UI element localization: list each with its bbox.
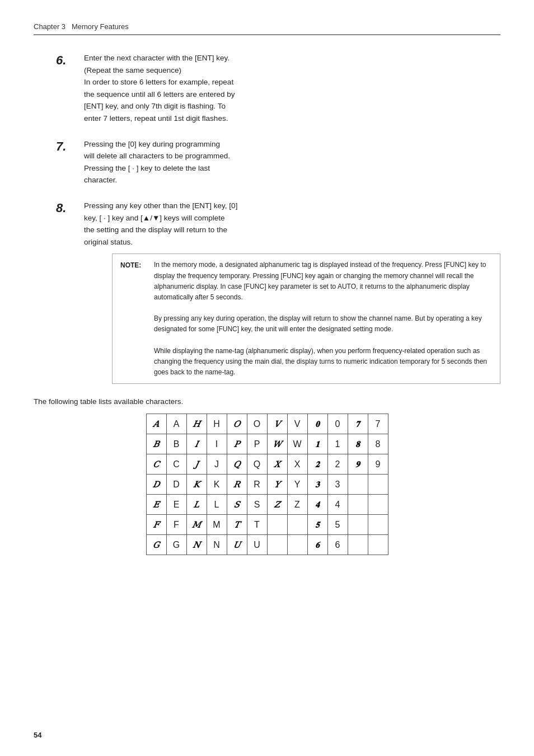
step-7: 7. Pressing the [0] key during programmi… bbox=[56, 138, 500, 186]
step-8-text: Pressing any key other than the [ENT] ke… bbox=[84, 200, 500, 384]
char-cell: Z bbox=[287, 495, 307, 515]
char-cell: 𝑆 bbox=[227, 495, 247, 515]
char-cell bbox=[348, 535, 368, 555]
char-cell: I bbox=[207, 434, 227, 454]
table-row: 𝐹 F 𝑀 M 𝑇 T 𝟓 5 bbox=[146, 515, 388, 535]
char-cell: 𝐾 bbox=[186, 475, 207, 495]
header-bar: Chapter 3 Memory Features bbox=[34, 22, 500, 35]
char-cell: V bbox=[287, 414, 307, 434]
char-cell bbox=[267, 535, 287, 555]
char-cell bbox=[287, 515, 307, 535]
char-cell: S bbox=[247, 495, 267, 515]
char-cell: 𝟖 bbox=[348, 434, 368, 454]
char-cell: N bbox=[207, 535, 227, 555]
char-cell bbox=[348, 495, 368, 515]
char-cell: R bbox=[247, 475, 267, 495]
char-cell: U bbox=[247, 535, 267, 555]
char-cell: 𝟗 bbox=[348, 454, 368, 475]
char-cell: 3 bbox=[327, 475, 348, 495]
table-row: 𝐺 G 𝑁 N 𝑈 U 𝟔 6 bbox=[146, 535, 388, 555]
table-row: 𝐷 D 𝐾 K 𝑅 R 𝑌 Y 𝟑 3 bbox=[146, 475, 388, 495]
char-cell: 𝟔 bbox=[307, 535, 327, 555]
char-cell: 𝐻 bbox=[186, 414, 207, 434]
char-cell: H bbox=[207, 414, 227, 434]
char-cell: B bbox=[166, 434, 186, 454]
char-cell: X bbox=[287, 454, 307, 475]
char-cell: P bbox=[247, 434, 267, 454]
char-cell: 0 bbox=[327, 414, 348, 434]
char-cell: 𝑄 bbox=[227, 454, 247, 475]
note-content: In the memory mode, a designated alphanu… bbox=[154, 260, 492, 378]
char-cell: A bbox=[166, 414, 186, 434]
char-cell: C bbox=[166, 454, 186, 475]
char-cell: 2 bbox=[327, 454, 348, 475]
char-cell: 𝑍 bbox=[267, 495, 287, 515]
char-cell: 𝟓 bbox=[307, 515, 327, 535]
step-8-number: 8. bbox=[56, 200, 84, 215]
note-label: NOTE: bbox=[120, 260, 154, 271]
char-cell: 𝑅 bbox=[227, 475, 247, 495]
note-box: NOTE: In the memory mode, a designated a… bbox=[112, 253, 500, 384]
char-cell: K bbox=[207, 475, 227, 495]
char-cell: 𝐼 bbox=[186, 434, 207, 454]
char-cell: W bbox=[287, 434, 307, 454]
table-row: 𝐵 B 𝐼 I 𝑃 P 𝑊 W 𝟏 1 𝟖 8 bbox=[146, 434, 388, 454]
char-cell: Y bbox=[287, 475, 307, 495]
char-cell: G bbox=[166, 535, 186, 555]
char-table: 𝐴 A 𝐻 H 𝑂 O 𝑉 V 𝟎 0 𝟕 7 𝐵 B bbox=[146, 414, 388, 555]
step-6-number: 6. bbox=[56, 52, 84, 68]
char-cell bbox=[368, 475, 388, 495]
char-cell: T bbox=[247, 515, 267, 535]
page-number: 54 bbox=[34, 731, 41, 739]
char-cell bbox=[368, 515, 388, 535]
char-cell: 𝑁 bbox=[186, 535, 207, 555]
char-cell: 𝐸 bbox=[146, 495, 166, 515]
table-row: 𝐶 C 𝐽 J 𝑄 Q 𝑋 X 𝟐 2 𝟗 9 bbox=[146, 454, 388, 475]
char-cell: 𝑃 bbox=[227, 434, 247, 454]
char-cell: F bbox=[166, 515, 186, 535]
char-cell bbox=[287, 535, 307, 555]
char-cell: 𝐵 bbox=[146, 434, 166, 454]
char-cell: 𝑊 bbox=[267, 434, 287, 454]
char-cell: 𝐺 bbox=[146, 535, 166, 555]
char-cell: 𝟑 bbox=[307, 475, 327, 495]
char-cell: 9 bbox=[368, 454, 388, 475]
char-cell: 8 bbox=[368, 434, 388, 454]
char-cell: 4 bbox=[327, 495, 348, 515]
page-container: Chapter 3 Memory Features 6. Enter the n… bbox=[0, 0, 534, 589]
char-cell: 𝟒 bbox=[307, 495, 327, 515]
char-cell: E bbox=[166, 495, 186, 515]
char-cell: 𝑌 bbox=[267, 475, 287, 495]
char-cell: 5 bbox=[327, 515, 348, 535]
char-cell: M bbox=[207, 515, 227, 535]
content-area: 6. Enter the next character with the [EN… bbox=[34, 52, 500, 384]
char-cell: 𝑈 bbox=[227, 535, 247, 555]
char-cell bbox=[368, 495, 388, 515]
char-cell: D bbox=[166, 475, 186, 495]
char-cell: L bbox=[207, 495, 227, 515]
char-cell: 𝑉 bbox=[267, 414, 287, 434]
note-row: NOTE: In the memory mode, a designated a… bbox=[120, 260, 492, 378]
char-cell: 𝟎 bbox=[307, 414, 327, 434]
char-cell: O bbox=[247, 414, 267, 434]
char-cell: 𝐿 bbox=[186, 495, 207, 515]
char-cell: 𝑀 bbox=[186, 515, 207, 535]
char-table-container: 𝐴 A 𝐻 H 𝑂 O 𝑉 V 𝟎 0 𝟕 7 𝐵 B bbox=[34, 414, 500, 555]
char-cell: 7 bbox=[368, 414, 388, 434]
step-6-text: Enter the next character with the [ENT] … bbox=[84, 52, 500, 125]
char-cell bbox=[348, 475, 368, 495]
char-cell: 𝐹 bbox=[146, 515, 166, 535]
step-7-number: 7. bbox=[56, 138, 84, 154]
char-cell: 𝑂 bbox=[227, 414, 247, 434]
char-cell bbox=[368, 535, 388, 555]
char-cell: 𝑋 bbox=[267, 454, 287, 475]
char-cell bbox=[348, 515, 368, 535]
char-cell: 𝟏 bbox=[307, 434, 327, 454]
step-8: 8. Pressing any key other than the [ENT]… bbox=[56, 200, 500, 384]
char-cell: 𝐷 bbox=[146, 475, 166, 495]
char-cell: 6 bbox=[327, 535, 348, 555]
char-cell bbox=[267, 515, 287, 535]
char-cell: Q bbox=[247, 454, 267, 475]
char-cell: 𝐴 bbox=[146, 414, 166, 434]
char-cell: 𝐶 bbox=[146, 454, 166, 475]
